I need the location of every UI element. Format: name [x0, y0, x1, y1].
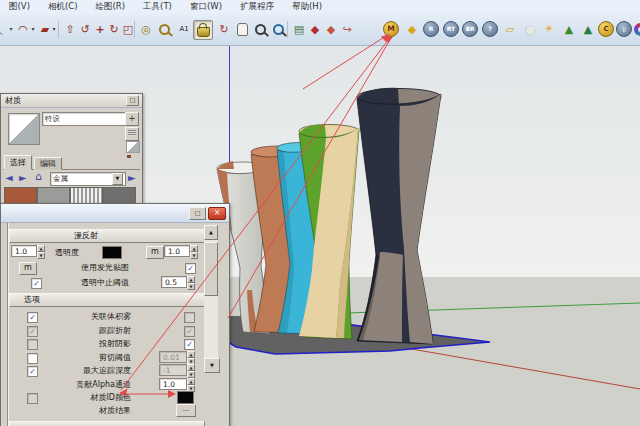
- menu-window[interactable]: 窗口(W): [181, 1, 231, 13]
- fog-right-checkbox[interactable]: [184, 312, 195, 323]
- scroll-thumb[interactable]: [204, 242, 218, 296]
- tab-edit[interactable]: 编辑: [34, 157, 62, 170]
- material-result-label: 材质结果: [19, 405, 131, 416]
- materials-panel: 材质 □ 特设 + 选择 编辑 ◄ ► ⌂ 金属 ▼ ►: [0, 93, 143, 205]
- alpha-contribution-spinner[interactable]: 1.0 ▲▼: [159, 378, 195, 390]
- dropdown-arrow-icon[interactable]: ▾: [50, 20, 58, 38]
- vray-infinite-plane-icon[interactable]: ▲: [560, 20, 578, 38]
- zoom-icon[interactable]: [251, 20, 269, 38]
- cast-shadows-checkbox[interactable]: [184, 339, 195, 350]
- cutoff-threshold-spinner[interactable]: 0.01 ▲▼: [159, 351, 195, 363]
- tab-strip: 选择 编辑: [3, 155, 140, 170]
- vray-options-icon[interactable]: ◆: [403, 20, 421, 38]
- material-swatch-dark[interactable]: [103, 187, 136, 204]
- spinner-buttons[interactable]: ▲▼: [187, 378, 195, 390]
- toolbar: ◟ ▾ ◠ ▾ ▰ ▾ ⇧ ↺ + ↻ ◰ ◎ A1 ↻ ▤ ◆ ◆ ↪ M ◆…: [0, 14, 640, 46]
- vray-coin-icon[interactable]: C: [597, 20, 615, 38]
- export-page-icon[interactable]: ↪: [338, 20, 356, 38]
- menu-help[interactable]: 帮助(H): [283, 1, 331, 13]
- spinner-buttons[interactable]: ▲▼: [190, 245, 198, 257]
- next-section-header-partial: [9, 421, 205, 426]
- menu-camera[interactable]: 相机(C): [39, 1, 87, 13]
- gold-magnifier-icon: [159, 24, 170, 35]
- secondary-pane-button[interactable]: [125, 127, 139, 141]
- menu-draw[interactable]: 绘图(R): [87, 1, 135, 13]
- cutoff-label: 透明中止阈值: [19, 277, 129, 288]
- bucket-glyph: [197, 27, 210, 37]
- materials-titlebar[interactable]: 材质 □: [1, 94, 142, 108]
- scroll-down-button[interactable]: ▼: [204, 358, 220, 373]
- diffuse-multiplier-spinner[interactable]: 1.0 ▲▼: [11, 245, 45, 257]
- material-preview: [8, 113, 40, 145]
- restore-button[interactable]: □: [189, 207, 206, 220]
- alpha-contribution-label: 贡献Alpha通道: [19, 379, 131, 390]
- vray-batch-render-icon[interactable]: BR: [461, 20, 479, 38]
- measure-tool-icon[interactable]: [155, 20, 173, 38]
- dropdown-button[interactable]: ▼: [112, 173, 123, 185]
- menu-extensions[interactable]: 扩展程序: [231, 1, 283, 13]
- spinner-buttons[interactable]: ▲▼: [37, 245, 45, 257]
- toolbar-separator: [287, 21, 288, 38]
- transparency-map-button[interactable]: m: [146, 246, 164, 259]
- transparency-color-swatch[interactable]: [102, 246, 122, 259]
- diffuse-section-header[interactable]: 漫反射: [9, 229, 205, 243]
- vray-colorwheel-icon[interactable]: [631, 20, 640, 38]
- scroll-up-button[interactable]: ▲: [204, 225, 218, 240]
- material-swatch-striped[interactable]: [70, 187, 103, 204]
- spinner-buttons[interactable]: ▲▼: [187, 364, 195, 376]
- color-ring-glyph: [634, 23, 640, 36]
- emissive-checkbox[interactable]: [185, 263, 196, 274]
- spinner-value: 1.0: [164, 245, 190, 257]
- tape-measure-icon[interactable]: ◎: [137, 20, 155, 38]
- pane-glyph: [128, 130, 136, 136]
- back-button[interactable]: ◄: [5, 172, 13, 184]
- pan-icon[interactable]: [233, 20, 251, 38]
- create-material-button[interactable]: +: [125, 112, 139, 126]
- vray-material-editor-icon[interactable]: M: [382, 20, 400, 38]
- spinner-value: 1.0: [159, 378, 187, 390]
- details-button[interactable]: ►: [128, 172, 136, 184]
- toolbar-separator: [58, 21, 59, 38]
- menu-tools[interactable]: 工具(T): [134, 1, 181, 13]
- dimension-tool-icon[interactable]: A1: [175, 20, 193, 38]
- dialog-scrollbar[interactable]: ▲ ▼: [204, 225, 218, 373]
- spinner-buttons[interactable]: ▲▼: [187, 351, 195, 363]
- vray-help-icon[interactable]: ?: [481, 20, 499, 38]
- spinner-value: 0.5: [161, 276, 187, 288]
- material-result-browse-button[interactable]: ...: [176, 404, 196, 417]
- vray-sphere-icon[interactable]: ●: [521, 20, 539, 38]
- cutoff-threshold-label: 剪切阈值: [19, 352, 131, 363]
- max-depth-spinner[interactable]: -1 ▲▼: [159, 364, 195, 376]
- forward-button[interactable]: ►: [19, 172, 27, 184]
- materials-title: 材质: [1, 95, 21, 106]
- toolbar-separator: [134, 21, 135, 38]
- material-name-field[interactable]: 特设: [42, 112, 126, 126]
- vray-label-icon[interactable]: ▱: [501, 20, 519, 38]
- vray-rt-render-icon[interactable]: RT: [442, 20, 460, 38]
- cutoff-value-spinner[interactable]: 0.5 ▲▼: [161, 276, 195, 288]
- cast-shadows-label: 投射阴影: [19, 338, 131, 349]
- material-swatch-rust[interactable]: [4, 187, 37, 204]
- paint-bucket-icon[interactable]: [193, 20, 213, 40]
- vray-tree-icon[interactable]: ▲: [579, 20, 597, 38]
- material-swatch-gray[interactable]: [37, 187, 70, 204]
- orbit-icon[interactable]: ↻: [215, 20, 233, 38]
- close-button[interactable]: ×: [208, 207, 226, 220]
- vray-sun-icon[interactable]: ☀: [540, 20, 558, 38]
- material-id-color-swatch[interactable]: [177, 391, 194, 404]
- home-button[interactable]: ⌂: [35, 171, 42, 183]
- vray-material-dialog: □ × 漫反射 1.0 ▲▼ 透明度 m 1.0 ▲▼ m 使用发光贴图 透明中…: [0, 203, 230, 426]
- dialog-titlebar[interactable]: □ ×: [1, 204, 229, 223]
- panel-window-button[interactable]: □: [126, 95, 139, 106]
- menu-view[interactable]: 图(V): [0, 1, 39, 13]
- max-depth-label: 最大追踪深度: [19, 365, 131, 376]
- zoom-extents-icon[interactable]: [269, 20, 287, 38]
- vray-render-icon[interactable]: R: [422, 20, 440, 38]
- transparency-value-spinner[interactable]: 1.0 ▲▼: [164, 245, 198, 257]
- spinner-buttons[interactable]: ▲▼: [187, 276, 195, 288]
- tab-select[interactable]: 选择: [4, 155, 32, 170]
- trace-refraction-right-checkbox[interactable]: [184, 326, 195, 337]
- options-section-header[interactable]: 选项: [9, 293, 205, 307]
- fog-label: 关联体积雾: [19, 311, 131, 322]
- material-id-color-label: 材质ID颜色: [19, 392, 131, 403]
